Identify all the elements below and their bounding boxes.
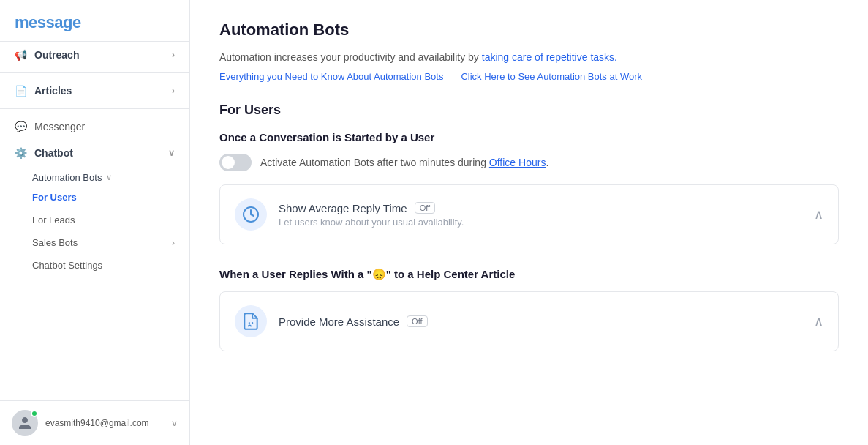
- for-users-title: For Users: [219, 102, 839, 118]
- svg-point-2: [252, 322, 253, 324]
- sidebar-item-label: Outreach: [34, 49, 79, 61]
- articles-icon: 📄: [15, 85, 27, 97]
- card-header: Show Average Reply Time Off Let users kn…: [220, 185, 838, 244]
- chevron-down-icon: ∨: [106, 173, 112, 182]
- card-header: Provide More Assistance Off ∧: [220, 292, 838, 351]
- sidebar-item-messenger[interactable]: 💬 Messenger: [0, 113, 189, 140]
- messenger-icon: 💬: [15, 121, 27, 132]
- links-row: Everything you Need to Know About Automa…: [219, 71, 839, 82]
- card-title: Show Average Reply Time Off: [279, 202, 802, 214]
- avatar-wrap: [12, 410, 38, 436]
- when-user-title: When a User Replies With a "😞" to a Help…: [219, 268, 839, 281]
- activation-toggle[interactable]: [219, 154, 252, 171]
- sidebar-item-chatbot-settings[interactable]: Chatbot Settings: [0, 254, 189, 277]
- automation-bots-item[interactable]: Automation Bots ∨: [0, 166, 189, 186]
- clock-icon: [235, 198, 267, 231]
- sidebar-footer[interactable]: evasmith9410@gmail.com ∨: [0, 400, 189, 445]
- sidebar-item-outreach[interactable]: 📢 Outreach ›: [0, 42, 189, 68]
- user-email: evasmith9410@gmail.com: [45, 418, 149, 428]
- chevron-right-icon: ›: [172, 50, 175, 60]
- status-badge: Off: [415, 202, 435, 214]
- sidebar-item-label: Chatbot: [34, 147, 73, 159]
- when-user-replies-section: When a User Replies With a "😞" to a Help…: [219, 268, 839, 351]
- logo-main: message: [15, 13, 81, 31]
- chatbot-icon: ⚙️: [15, 147, 27, 159]
- chevron-down-icon: ∨: [168, 148, 175, 158]
- sidebar-item-sales-bots[interactable]: Sales Bots ›: [0, 231, 189, 254]
- sidebar-item-label: Articles: [34, 85, 72, 97]
- automation-bots-submenu: Automation Bots ∨ For Users For Leads: [0, 166, 189, 231]
- page-description: Automation increases your productivity a…: [219, 50, 839, 65]
- card-subtitle: Let users know about your usual availabi…: [279, 217, 802, 228]
- online-indicator: [31, 410, 38, 417]
- link-automation-demo[interactable]: Click Here to See Automation Bots at Wor…: [461, 71, 642, 82]
- activation-text: Activate Automation Bots after two minut…: [260, 157, 548, 168]
- conversation-title: Once a Conversation is Started by a User: [219, 131, 839, 143]
- logo: message: [0, 0, 189, 42]
- provide-assistance-card: Provide More Assistance Off ∧: [219, 291, 839, 351]
- sidebar-item-chatbot[interactable]: ⚙️ Chatbot ∨: [0, 140, 189, 166]
- sidebar-item-label: Messenger: [34, 121, 85, 132]
- activation-row: Activate Automation Bots after two minut…: [219, 154, 839, 171]
- card-body: Provide More Assistance Off: [279, 315, 802, 328]
- chevron-up-icon[interactable]: ∧: [814, 206, 823, 222]
- svg-point-1: [249, 322, 250, 324]
- document-sad-icon: [235, 305, 267, 337]
- divider: [0, 108, 189, 109]
- chevron-right-icon: ›: [172, 238, 175, 248]
- automation-bots-label: Automation Bots: [32, 172, 102, 183]
- show-reply-time-card: Show Average Reply Time Off Let users kn…: [219, 184, 839, 244]
- link-automation-guide[interactable]: Everything you Need to Know About Automa…: [219, 71, 443, 82]
- sidebar: message 📢 Outreach › 📄 Articles › 💬 Mess…: [0, 0, 190, 445]
- sidebar-item-for-users[interactable]: For Users: [0, 186, 189, 209]
- divider: [0, 72, 189, 73]
- chevron-right-icon: ›: [172, 86, 175, 96]
- outreach-icon: 📢: [15, 49, 27, 61]
- sidebar-item-articles[interactable]: 📄 Articles ›: [0, 78, 189, 104]
- card-body: Show Average Reply Time Off Let users kn…: [279, 202, 802, 228]
- sidebar-scroll: 📢 Outreach › 📄 Articles › 💬 Messenger ⚙️…: [0, 42, 189, 400]
- status-badge: Off: [407, 315, 427, 327]
- chevron-down-icon: ∨: [171, 418, 178, 428]
- card-title: Provide More Assistance Off: [279, 315, 802, 328]
- chevron-up-icon[interactable]: ∧: [814, 313, 823, 329]
- description-highlight: taking care of repetitive tasks.: [482, 51, 617, 63]
- sidebar-item-for-leads[interactable]: For Leads: [0, 209, 189, 231]
- main-content: Automation Bots Automation increases you…: [190, 0, 868, 445]
- page-title: Automation Bots: [219, 20, 839, 40]
- office-hours-link[interactable]: Office Hours: [489, 157, 546, 168]
- for-users-section: For Users Once a Conversation is Started…: [219, 102, 839, 244]
